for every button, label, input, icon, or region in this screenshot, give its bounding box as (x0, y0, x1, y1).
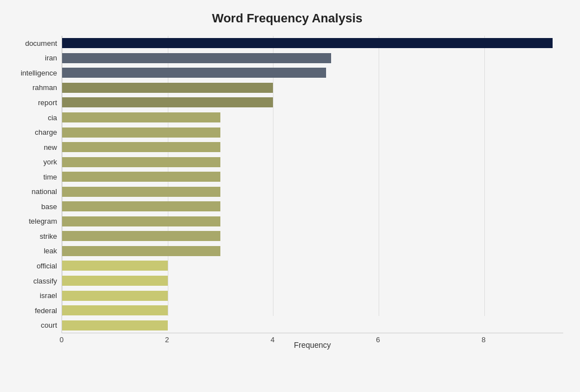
y-label-telegram: telegram (29, 218, 57, 225)
y-label-strike: strike (40, 233, 57, 240)
bar-row (62, 304, 563, 317)
y-label-federal: federal (35, 307, 57, 314)
y-label-iran: iran (45, 54, 57, 62)
x-tick-2: 2 (165, 336, 169, 344)
x-tick-4: 4 (271, 336, 275, 344)
y-label-rahman: rahman (32, 84, 57, 91)
y-label-national: national (31, 188, 57, 195)
bar-court (62, 320, 168, 330)
bar-israel (62, 291, 168, 301)
chart-area: documentiranintelligencerahmanreportciac… (11, 36, 563, 350)
bar-row (62, 171, 563, 183)
bar-row (62, 230, 563, 242)
bar-row (62, 141, 563, 153)
y-label-document: document (25, 40, 57, 47)
x-tick-0: 0 (59, 336, 63, 344)
y-label-york: york (43, 158, 57, 166)
x-axis-label: Frequency (294, 341, 331, 350)
bar-row (62, 111, 563, 124)
bar-row (62, 259, 563, 272)
y-label-time: time (43, 173, 57, 181)
bar-report (62, 97, 273, 107)
y-label-israel: israel (40, 292, 57, 299)
bar-cia (62, 112, 220, 122)
y-label-official: official (36, 262, 57, 270)
x-axis: 02468Frequency (62, 333, 563, 350)
bar-document (62, 38, 553, 48)
y-label-new: new (44, 144, 57, 151)
bar-row (62, 290, 563, 302)
y-label-intelligence: intelligence (21, 69, 57, 77)
bar-time (62, 172, 220, 182)
bar-charge (62, 127, 220, 138)
bar-federal (62, 305, 168, 315)
y-label-leak: leak (44, 247, 57, 254)
bar-row (62, 186, 563, 198)
bar-row (62, 275, 563, 287)
bar-row (62, 82, 563, 94)
x-tick-8: 8 (482, 336, 485, 344)
y-label-cia: cia (48, 114, 57, 121)
y-label-report: report (38, 99, 57, 106)
bar-official (62, 261, 168, 271)
bar-leak (62, 246, 220, 256)
bar-rahman (62, 83, 273, 93)
chart-title: Word Frequency Analysis (11, 11, 563, 26)
bar-classify (62, 276, 168, 286)
bars-container (62, 36, 563, 333)
y-label-court: court (41, 322, 57, 329)
bar-row (62, 67, 563, 79)
bar-row (62, 96, 563, 108)
x-tick-6: 6 (376, 336, 380, 344)
bar-row (62, 37, 563, 49)
bar-iran (62, 53, 331, 63)
bar-row (62, 245, 563, 257)
bar-row (62, 156, 563, 168)
bar-row (62, 215, 563, 228)
bar-row (62, 126, 563, 139)
bar-row (62, 319, 563, 332)
y-label-charge: charge (35, 129, 57, 136)
y-label-base: base (41, 203, 57, 210)
bar-intelligence (62, 68, 326, 78)
plot-area: 02468Frequency (62, 36, 563, 350)
bar-row (62, 52, 563, 64)
bar-base (62, 201, 220, 211)
y-label-classify: classify (33, 277, 57, 285)
bar-strike (62, 231, 220, 241)
bar-row (62, 200, 563, 212)
chart-container: Word Frequency Analysis documentiraninte… (0, 0, 580, 392)
y-axis: documentiranintelligencerahmanreportciac… (11, 36, 62, 350)
bar-new (62, 142, 220, 152)
bar-telegram (62, 216, 220, 226)
bar-national (62, 187, 220, 197)
bar-york (62, 157, 220, 167)
